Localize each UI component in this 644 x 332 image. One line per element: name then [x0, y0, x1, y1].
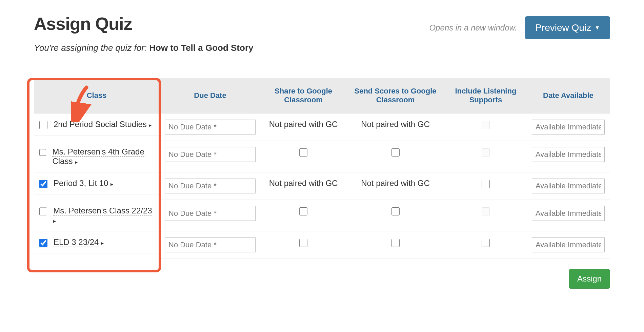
col-date-avail[interactable]: Date Available — [526, 78, 610, 113]
scores-gc-cell: Not paired with GC — [346, 172, 445, 200]
listening-cell — [445, 113, 526, 141]
share-gc-checkbox[interactable] — [299, 239, 307, 247]
date-available-input[interactable] — [532, 147, 605, 162]
scores-gc-checkbox[interactable] — [391, 207, 400, 215]
not-paired-text: Not paired with GC — [269, 179, 338, 188]
preview-quiz-button[interactable]: Preview Quiz ▼ — [525, 16, 610, 39]
select-class-checkbox[interactable] — [39, 121, 47, 129]
date-available-cell — [526, 172, 610, 200]
class-cell: Ms. Petersen's Class 22/23 ▸ — [34, 200, 159, 231]
class-cell: Period 3, Lit 10 ▸ — [34, 172, 159, 194]
scores-gc-cell — [346, 200, 445, 231]
quiz-title: How to Tell a Good Story — [149, 43, 253, 53]
not-paired-text: Not paired with GC — [361, 120, 430, 129]
share-gc-cell — [261, 231, 346, 259]
class-name-link[interactable]: ELD 3 23/24 — [54, 237, 99, 247]
due-date-cell — [159, 172, 261, 200]
preview-hint: Opens in a new window. — [429, 23, 517, 33]
class-cell: Ms. Petersen's 4th Grade Class ▸ — [34, 141, 159, 172]
date-available-input[interactable] — [532, 179, 605, 193]
class-name-link[interactable]: Ms. Petersen's Class 22/23 — [53, 206, 152, 215]
due-date-cell — [159, 200, 261, 231]
listening-cell — [445, 200, 526, 231]
share-gc-cell — [261, 141, 346, 172]
chevron-right-icon: ▸ — [73, 159, 77, 165]
date-available-cell — [526, 231, 610, 259]
col-class[interactable]: Class — [34, 78, 159, 113]
scores-gc-checkbox[interactable] — [391, 148, 400, 157]
table-row: ELD 3 23/24 ▸ — [34, 231, 610, 259]
col-scores-gc[interactable]: Send Scores to Google Classroom — [346, 78, 445, 113]
due-date-input[interactable] — [165, 206, 256, 221]
listening-cell — [445, 172, 526, 200]
caret-down-icon: ▼ — [595, 25, 600, 31]
listening-checkbox — [482, 121, 490, 129]
scores-gc-cell: Not paired with GC — [346, 113, 445, 141]
col-due-date[interactable]: Due Date — [159, 78, 261, 113]
scores-gc-cell — [346, 231, 445, 259]
not-paired-text: Not paired with GC — [269, 120, 338, 129]
date-available-cell — [526, 141, 610, 172]
listening-checkbox — [482, 148, 490, 157]
classes-table: Class Due Date Share to Google Classroom… — [34, 78, 610, 259]
date-available-input[interactable] — [532, 206, 605, 221]
select-class-checkbox[interactable] — [39, 148, 46, 157]
scores-gc-cell — [346, 141, 445, 172]
share-gc-checkbox[interactable] — [299, 207, 307, 215]
not-paired-text: Not paired with GC — [361, 179, 430, 188]
due-date-input[interactable] — [165, 147, 256, 162]
share-gc-cell — [261, 200, 346, 231]
divider — [34, 63, 610, 63]
col-listening[interactable]: Include Listening Supports — [445, 78, 526, 113]
subhead-prefix: You're assigning the quiz for: — [34, 43, 149, 53]
table-row: Ms. Petersen's Class 22/23 ▸ — [34, 200, 610, 231]
date-available-input[interactable] — [532, 120, 605, 134]
select-class-checkbox[interactable] — [39, 239, 47, 247]
subhead: You're assigning the quiz for: How to Te… — [34, 43, 610, 53]
share-gc-checkbox[interactable] — [299, 148, 307, 157]
preview-quiz-label: Preview Quiz — [535, 22, 591, 33]
class-name-link[interactable]: 2nd Period Social Studies — [54, 120, 147, 129]
date-available-cell — [526, 200, 610, 231]
scores-gc-checkbox[interactable] — [391, 239, 400, 247]
listening-checkbox[interactable] — [482, 180, 490, 188]
class-cell: 2nd Period Social Studies ▸ — [34, 113, 159, 136]
date-available-input[interactable] — [532, 237, 605, 252]
class-cell: ELD 3 23/24 ▸ — [34, 231, 159, 253]
table-row: Period 3, Lit 10 ▸Not paired with GCNot … — [34, 172, 610, 200]
due-date-cell — [159, 113, 261, 141]
chevron-right-icon: ▸ — [53, 218, 56, 224]
chevron-right-icon: ▸ — [147, 122, 152, 128]
listening-cell — [445, 231, 526, 259]
date-available-cell — [526, 113, 610, 141]
due-date-cell — [159, 141, 261, 172]
due-date-input[interactable] — [165, 237, 256, 252]
class-name-link[interactable]: Period 3, Lit 10 — [54, 179, 108, 188]
share-gc-cell: Not paired with GC — [261, 113, 346, 141]
listening-checkbox — [482, 207, 490, 215]
listening-checkbox[interactable] — [482, 239, 490, 247]
due-date-cell — [159, 231, 261, 259]
due-date-input[interactable] — [165, 120, 256, 134]
class-name-link[interactable]: Ms. Petersen's 4th Grade Class — [52, 147, 144, 166]
assign-button[interactable]: Assign — [569, 269, 610, 289]
table-row: 2nd Period Social Studies ▸Not paired wi… — [34, 113, 610, 141]
page-title: Assign Quiz — [34, 14, 132, 34]
select-class-checkbox[interactable] — [39, 180, 47, 188]
col-share-gc[interactable]: Share to Google Classroom — [261, 78, 346, 113]
listening-cell — [445, 141, 526, 172]
chevron-right-icon: ▸ — [109, 181, 113, 187]
select-class-checkbox[interactable] — [39, 207, 47, 215]
share-gc-cell: Not paired with GC — [261, 172, 346, 200]
table-row: Ms. Petersen's 4th Grade Class ▸ — [34, 141, 610, 172]
chevron-right-icon: ▸ — [99, 240, 103, 246]
due-date-input[interactable] — [165, 179, 256, 193]
